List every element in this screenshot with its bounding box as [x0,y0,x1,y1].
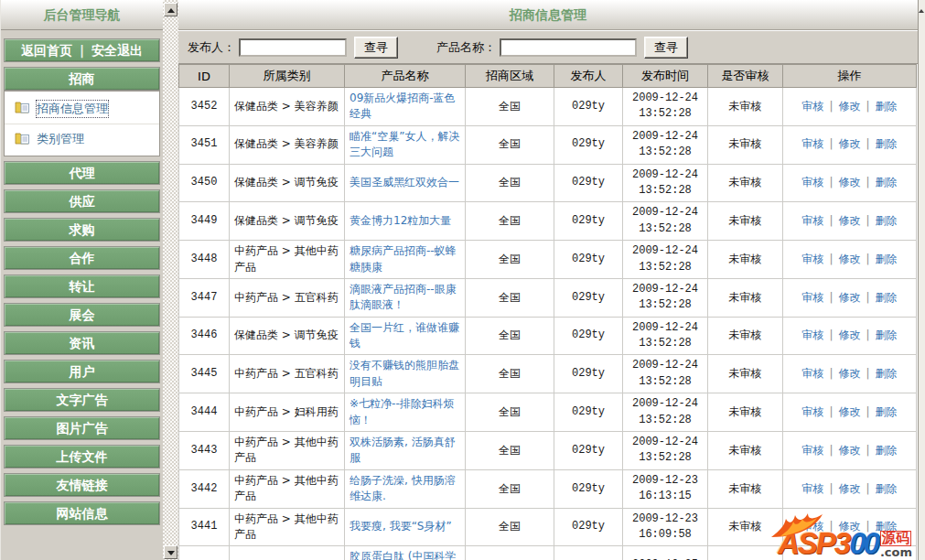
approve-link[interactable]: 审核 [801,367,823,380]
approve-link[interactable]: 审核 [801,328,823,341]
delete-link[interactable]: 删除 [876,100,898,113]
cell-id: 3448 [179,241,230,279]
col-header-category: 所属类别 [230,65,345,88]
edit-link[interactable]: 修改 [839,444,861,457]
approve-link[interactable]: 审核 [801,137,823,150]
cell-product: 没有不赚钱的熊胆胎盘明目贴 [345,355,466,393]
delete-link[interactable]: 删除 [876,367,898,380]
publisher-input[interactable] [239,38,347,57]
submenu-link-category-mgmt[interactable]: 类别管理 [37,131,84,147]
product-link[interactable]: 双株活肠素, 活肠真舒服 [350,436,456,464]
audit-status: 未审核 [708,355,783,393]
edit-link[interactable]: 修改 [839,367,861,380]
cell-publisher: 029ty [554,88,623,126]
audit-status: 未审核 [708,546,783,560]
edit-link[interactable]: 修改 [839,100,861,113]
publish-time: 13:52:28 [628,106,703,122]
approve-link[interactable]: 审核 [801,291,823,304]
sidebar-section-zhaoshang[interactable]: 招商 [4,67,160,91]
product-link[interactable]: 没有不赚钱的熊胆胎盘明目贴 [350,359,459,387]
cell-category: 保健品类 > 美容养颜 [230,88,345,126]
sidebar-section[interactable]: 网站信息 [4,501,160,525]
product-search-button[interactable]: 查寻 [644,37,688,59]
cell-product: 糖尿病产品招商--蚁蜂糖胰康 [345,241,466,279]
delete-link[interactable]: 删除 [876,253,898,265]
approve-link[interactable]: 审核 [801,253,823,265]
approve-link[interactable]: 审核 [801,214,823,227]
product-link[interactable]: ※七粒净--排除妇科烦恼！ [350,397,455,425]
product-link[interactable]: 09新品火爆招商-蓝色经典 [350,92,456,120]
sidebar-section[interactable]: 供应 [4,189,160,213]
cell-product: 双株活肠素, 活肠真舒服 [345,432,466,470]
audit-status: 未审核 [708,202,783,241]
approve-link[interactable]: 审核 [801,100,823,113]
sidebar-scrollbar[interactable] [163,0,178,560]
delete-link[interactable]: 删除 [876,520,898,533]
product-link[interactable]: 滴眼液产品招商--眼康肽滴眼液！ [350,283,457,311]
delete-link[interactable]: 删除 [876,291,898,304]
delete-link[interactable]: 删除 [876,328,898,341]
scroll-up-button[interactable] [164,3,177,16]
delete-link[interactable]: 删除 [876,482,898,495]
product-link[interactable]: 全国一片红，谁做谁赚钱 [350,321,459,350]
sidebar-section[interactable]: 展会 [4,303,160,327]
product-link[interactable]: 黄金博力12粒加大量 [350,214,451,227]
edit-link[interactable]: 修改 [839,253,861,265]
action-separator: | [866,100,870,113]
approve-link[interactable]: 审核 [801,176,823,188]
cell-id: 3445 [179,355,230,393]
approve-link[interactable]: 审核 [801,405,823,418]
sidebar-section[interactable]: 资讯 [4,331,160,355]
table-row: 3444 中药产品 > 妇科用药 ※七粒净--排除妇科烦恼！ 全国 029ty … [179,393,917,432]
submenu-item-info-mgmt[interactable]: 招商信息管理 [5,93,159,124]
product-link[interactable]: 我要瘦, 我要“S身材” [350,520,452,533]
sidebar-section[interactable]: 求购 [4,218,160,242]
approve-link[interactable]: 审核 [801,482,823,495]
sidebar-section[interactable]: 转让 [4,275,160,298]
edit-link[interactable]: 修改 [839,405,861,418]
sidebar-section[interactable]: 代理 [4,161,160,185]
sidebar-section[interactable]: 用户 [4,360,160,383]
publish-date: 2009-12-23 [628,473,703,489]
sidebar-section[interactable]: 友情链接 [4,473,160,497]
product-link[interactable]: 给肠子洗澡, 快用肠溶维达康. [350,474,456,502]
edit-link[interactable]: 修改 [839,328,861,341]
cell-id: 3442 [179,469,230,508]
product-link[interactable]: 胶原蛋白肽 (中国科学院全新衡通会销模式全新产品上市) [350,550,459,560]
delete-link[interactable]: 删除 [876,444,898,457]
sidebar-section[interactable]: 上传文件 [4,445,160,468]
scroll-down-button[interactable] [164,545,177,559]
submenu-item-category-mgmt[interactable]: 类别管理 [5,124,159,154]
edit-link[interactable]: 修改 [839,291,861,304]
edit-link[interactable]: 修改 [839,482,861,495]
delete-link[interactable]: 删除 [876,405,898,418]
cell-id: 3444 [179,393,230,432]
table-row: 3447 中药产品 > 五官科药 滴眼液产品招商--眼康肽滴眼液！ 全国 029… [179,278,917,317]
sidebar-section[interactable]: 合作 [4,246,160,270]
product-link[interactable]: 瞄准“空巢”女人，解决三大问题 [350,130,459,158]
approve-link[interactable]: 审核 [801,520,823,533]
logout-link[interactable]: 安全退出 [91,39,143,61]
return-home-link[interactable]: 返回首页 [21,39,72,61]
publisher-search-button[interactable]: 查寻 [354,37,398,59]
edit-link[interactable]: 修改 [839,214,861,227]
product-input[interactable] [500,38,637,57]
delete-link[interactable]: 删除 [876,137,898,150]
delete-link[interactable]: 删除 [876,214,898,227]
product-link[interactable]: 糖尿病产品招商--蚁蜂糖胰康 [350,244,457,273]
right-scrollbar[interactable] [918,0,925,560]
cell-region: 全国 [466,164,554,202]
cell-product: 我要瘦, 我要“S身材” [345,508,466,546]
folder-icon [15,100,30,117]
product-link[interactable]: 美国圣威黑红双效合一 [350,176,459,188]
cell-id: 3452 [179,88,230,126]
approve-link[interactable]: 审核 [801,444,823,457]
delete-link[interactable]: 删除 [876,176,898,188]
edit-link[interactable]: 修改 [839,176,861,188]
table-row: 3441 中药产品 > 其他中药产品 我要瘦, 我要“S身材” 全国 029ty… [179,508,917,546]
edit-link[interactable]: 修改 [839,137,861,150]
sidebar-section[interactable]: 文字广告 [4,388,160,412]
sidebar-section[interactable]: 图片广告 [4,416,160,440]
edit-link[interactable]: 修改 [839,520,861,533]
submenu-link-info-mgmt[interactable]: 招商信息管理 [37,101,108,117]
